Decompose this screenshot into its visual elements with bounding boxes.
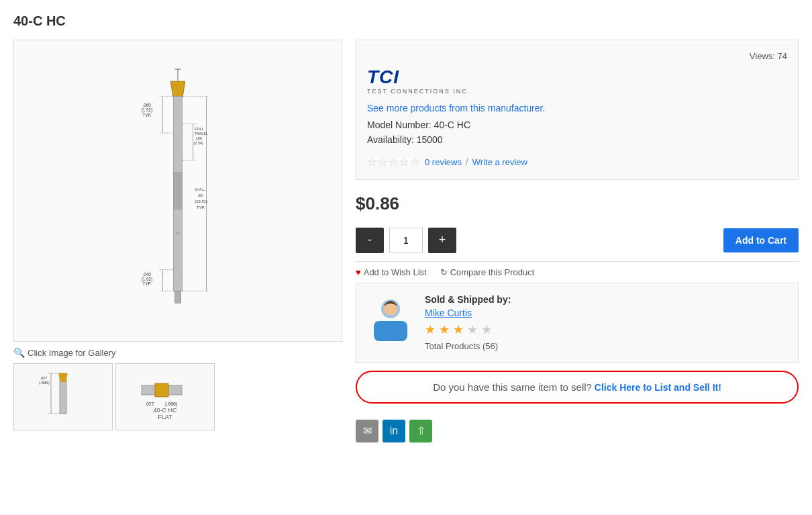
share-email-button[interactable]: ✉ [356,420,378,442]
svg-rect-31 [174,291,181,303]
brand-logo: TCI TEST CONNECTIONS INC. [367,66,787,95]
svg-text:.040: .040 [143,272,152,277]
product-price: $0.86 [356,193,799,214]
svg-text:TYP.: TYP. [143,281,152,286]
rating-stars: ☆☆☆☆☆ [367,156,421,169]
product-info-card: Views: 74 TCI TEST CONNECTIONS INC. See … [356,40,799,180]
sell-cta-link[interactable]: Click Here to List and Sell It! [595,382,721,393]
svg-rect-45 [374,321,407,341]
page-title: 40-C HC [13,13,799,29]
svg-text:.060: .060 [143,103,152,107]
thumbnail-2[interactable]: .027 (.686) 40-C HCFLAT [115,363,215,430]
svg-text:(16.51): (16.51) [195,199,207,203]
seller-card: Sold & Shipped by: Mike Curtis ★ ★ ★ ★ ★… [356,283,799,363]
sold-by-label: Sold & Shipped by: [425,294,787,305]
svg-text:.027: .027 [40,376,48,380]
reviews-link[interactable]: 0 reviews [425,157,462,167]
svg-text:(.686): (.686) [165,402,177,407]
compare-icon: ↻ [440,267,448,277]
thumbnail-row: .027 (.686) .027 (.686) [13,363,342,430]
quantity-row: - + Add to Cart [356,228,799,253]
sell-cta-text: Do you have this same item to sell? [433,381,592,393]
gallery-link[interactable]: 🔍 Click Image for Gallery [13,347,342,358]
share-linkedin-button[interactable]: in [383,420,405,442]
price-section: $0.86 [356,188,799,220]
svg-marker-2 [170,81,185,97]
svg-text:TRAVEL: TRAVEL [194,132,208,136]
svg-text:.027: .027 [145,402,154,406]
seller-info: Sold & Shipped by: Mike Curtis ★ ★ ★ ★ ★… [425,294,787,351]
add-to-cart-button[interactable]: Add to Cart [723,228,799,252]
svg-text:(.686): (.686) [39,381,50,385]
heart-icon: ♥ [356,267,361,277]
actions-row: ♥ Add to Wish List ↻ Compare this Produc… [356,261,799,283]
product-details-section: Views: 74 TCI TEST CONNECTIONS INC. See … [356,40,799,451]
search-icon: 🔍 [13,347,25,358]
quantity-input[interactable] [389,228,423,253]
views-row: Views: 74 [367,51,787,61]
svg-text:(2.54): (2.54) [194,141,203,145]
svg-rect-41 [155,383,168,397]
main-product-image[interactable]: .060 (1.52) TYP. FULL TRAVEL .100 (2.54)… [13,40,342,342]
share-row: ✉ in ⇧ [356,412,799,451]
compare-link[interactable]: ↻ Compare this Product [440,267,535,277]
model-info: Model Number: 40-C HC Availability: 1500… [367,118,787,148]
seller-rating: ★ ★ ★ ★ ★ [425,322,787,337]
quantity-decrease-button[interactable]: - [356,228,384,253]
thumbnail-1[interactable]: .027 (.686) [13,363,113,430]
svg-rect-4 [174,173,183,209]
share-more-button[interactable]: ⇧ [409,420,432,442]
svg-text:.100: .100 [195,136,202,140]
thumbnail-2-label: 40-C HCFLAT [153,407,176,420]
total-products: Total Products (56) [425,341,787,351]
review-section: ☆☆☆☆☆ 0 reviews / Write a review [367,156,787,169]
svg-text:TYP.: TYP. [197,205,205,209]
wishlist-link[interactable]: ♥ Add to Wish List [356,267,427,277]
product-image-section: .060 (1.52) TYP. FULL TRAVEL .100 (2.54)… [13,40,342,451]
quantity-increase-button[interactable]: + [428,228,456,253]
see-more-link[interactable]: See more products from this manufacturer… [367,103,787,113]
seller-avatar [367,294,414,341]
sell-cta-banner: Do you have this same item to sell? Clic… [356,371,799,404]
write-review-link[interactable]: Write a review [472,157,527,167]
svg-text:O.A.L.: O.A.L. [195,187,206,191]
svg-text:FULL: FULL [195,127,203,131]
svg-text:TYP.: TYP. [143,113,152,118]
svg-text:.65: .65 [197,193,203,197]
seller-name-link[interactable]: Mike Curtis [425,308,787,318]
